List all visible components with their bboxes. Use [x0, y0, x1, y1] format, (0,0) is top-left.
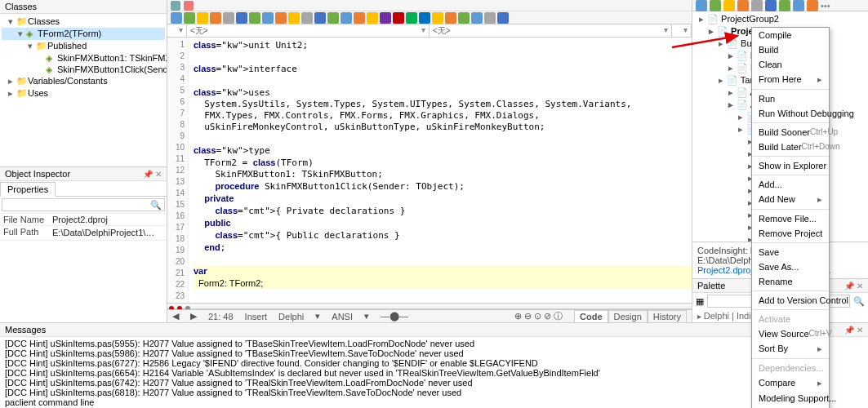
toolbar-button[interactable] [779, 0, 790, 11]
toolbar-button[interactable] [765, 0, 777, 11]
close-icon[interactable]: 📌 ✕ [844, 326, 863, 335]
toolbar-button[interactable] [807, 0, 818, 11]
menu-item-add-to-version-control[interactable]: Add to Version Control [752, 293, 829, 308]
toolbar-button[interactable] [288, 12, 300, 24]
toolbar-button[interactable] [737, 0, 749, 11]
toolbar-button[interactable] [696, 0, 707, 11]
tree-node[interactable]: ▾◈TForm2(TForm) [2, 28, 165, 40]
tab-design[interactable]: Design [608, 310, 648, 323]
toolbar-button[interactable] [341, 12, 352, 24]
menu-item-build-sooner[interactable]: Build SoonerCtrl+Up [752, 125, 829, 140]
search-icon[interactable]: 🔍 [150, 200, 162, 211]
toolbar-button[interactable] [380, 12, 391, 24]
toolbar-button[interactable] [301, 12, 313, 24]
menu-item-remove-project[interactable]: Remove Project [752, 226, 829, 241]
menu-item-run-without-debugging[interactable]: Run Without Debugging [752, 106, 829, 121]
toolbar-button[interactable] [445, 12, 456, 24]
inspector-search-input[interactable] [2, 198, 165, 211]
project-toolbar[interactable]: ••• [692, 0, 868, 11]
menu-item-save[interactable]: Save [752, 245, 829, 259]
toolbar-button[interactable] [223, 12, 234, 24]
menu-item-modeling-support-[interactable]: Modeling Support... [752, 391, 829, 406]
combo-class[interactable]: <无> [187, 24, 430, 37]
editor-tab-bar[interactable] [167, 0, 692, 11]
toolbar-button[interactable] [793, 0, 804, 11]
menu-item-save-as-[interactable]: Save As... [752, 259, 829, 274]
toolbar-button[interactable] [354, 12, 365, 24]
toolbar-button[interactable] [432, 12, 443, 24]
toolbar-button[interactable] [327, 12, 339, 24]
tree-node[interactable]: ▾📁Classes [2, 16, 165, 28]
toolbar-button[interactable] [236, 12, 247, 24]
toolbar-button[interactable] [497, 12, 509, 24]
nav-fwd-icon[interactable]: ▶ [190, 311, 197, 322]
combo-scope[interactable] [672, 24, 692, 37]
message-line[interactable]: [DCC Hint] uSkinItems.pas(6818): H2077 V… [5, 388, 863, 397]
tree-node[interactable]: ◈SkinFMXButton1: TSkinFMXButton [2, 52, 165, 64]
menu-item-compare[interactable]: Compare [752, 375, 829, 391]
message-line[interactable]: paclient command line [5, 397, 863, 407]
toolbar-button[interactable] [723, 0, 735, 11]
menu-item-build-later[interactable]: Build LaterCtrl+Down [752, 140, 829, 154]
filter-icon[interactable]: ▦ [696, 296, 704, 307]
structure-tree[interactable]: ▾📁Classes▾◈TForm2(TForm)▾📁Published◈Skin… [0, 14, 167, 101]
tab-properties[interactable]: Properties [0, 182, 56, 197]
toolbar-button[interactable] [314, 12, 326, 24]
menu-item-from-here[interactable]: From Here [752, 72, 829, 87]
menu-item-view-source[interactable]: View SourceCtrl+V [752, 326, 829, 341]
property-row[interactable]: File NameProject2.dproj [0, 214, 167, 226]
message-line[interactable]: [DCC Hint] uSkinItems.pas(6742): H2077 V… [5, 378, 863, 388]
tree-node[interactable]: ▸📁Variables/Constants [2, 75, 165, 87]
menu-item-add-[interactable]: Add... [752, 177, 829, 192]
toolbar-button[interactable] [419, 12, 430, 24]
search-icon[interactable]: 🔍 [853, 296, 865, 307]
menu-item-add-new[interactable]: Add New [752, 192, 829, 207]
toolbar-button[interactable] [458, 12, 470, 24]
editor-area[interactable]: 1234567891011121314151617181920212223242… [167, 38, 692, 303]
toolbar-button[interactable] [484, 12, 496, 24]
menu-item-remove-file-[interactable]: Remove File... [752, 211, 829, 226]
project-node[interactable]: ▸📄 ProjectGroup2 [694, 13, 866, 25]
tab-code[interactable]: Code [574, 310, 608, 323]
toolbar-button[interactable] [197, 12, 208, 24]
status-encoding[interactable]: ANSI [332, 312, 353, 322]
nav-back-icon[interactable]: ◀ [172, 311, 179, 322]
project-context-menu[interactable]: CompileBuildCleanFrom HereRunRun Without… [751, 27, 830, 408]
menu-item-clean[interactable]: Clean [752, 57, 829, 72]
menu-item-rename[interactable]: Rename [752, 274, 829, 289]
status-lang[interactable]: Delphi [278, 312, 304, 322]
toolbar-button[interactable] [184, 12, 195, 24]
tree-node[interactable]: ◈SkinFMXButton1Click(Sender: TObject) [2, 64, 165, 75]
toolbar-button[interactable] [406, 12, 417, 24]
close-icon[interactable]: 📌 ✕ [844, 282, 863, 290]
message-line[interactable]: [DCC Hint] uSkinItems.pas(6654): H2164 V… [5, 368, 863, 378]
tree-node[interactable]: ▸📁Uses [2, 87, 165, 100]
toolbar-button[interactable] [710, 0, 721, 11]
toolbar-button[interactable] [210, 12, 221, 24]
messages-body[interactable]: [DCC Hint] uSkinItems.pas(5955): H2077 V… [0, 337, 868, 408]
tree-node[interactable]: ▾📁Published [2, 40, 165, 52]
menu-item-run[interactable]: Run [752, 91, 829, 106]
toolbar-button[interactable] [171, 12, 182, 24]
editor-toolbar[interactable] [167, 11, 692, 24]
toolbar-button[interactable] [471, 12, 483, 24]
combo-unit[interactable] [167, 24, 187, 37]
menu-item-compile[interactable]: Compile [752, 28, 829, 42]
chevron-down-icon[interactable]: ▾ [315, 311, 320, 322]
chevron-down-icon[interactable]: ▾ [364, 311, 369, 322]
file-tab-icon[interactable] [184, 1, 194, 11]
message-line[interactable]: [DCC Hint] uSkinItems.pas(6727): H2586 L… [5, 358, 863, 368]
close-icon[interactable]: 📌 ✕ [143, 170, 162, 179]
toolbar-button[interactable] [393, 12, 404, 24]
menu-item-show-in-explorer[interactable]: Show in Explorer [752, 158, 829, 173]
menu-item-sort-by[interactable]: Sort By [752, 341, 829, 357]
toolbar-button[interactable] [249, 12, 260, 24]
toolbar-button[interactable] [367, 12, 378, 24]
menu-item-build[interactable]: Build [752, 42, 829, 57]
file-tab-icon[interactable] [171, 1, 180, 11]
code-text[interactable]: class="kw">unit Unit2; class="kw">interf… [189, 38, 692, 303]
toolbar-button[interactable] [751, 0, 763, 11]
message-line[interactable]: [DCC Hint] uSkinItems.pas(5986): H2077 V… [5, 348, 863, 358]
property-row[interactable]: Full PathE:\Data\DelphiProject1\测试安卓证书\ [0, 226, 167, 241]
combo-method[interactable]: <无> [430, 24, 672, 37]
